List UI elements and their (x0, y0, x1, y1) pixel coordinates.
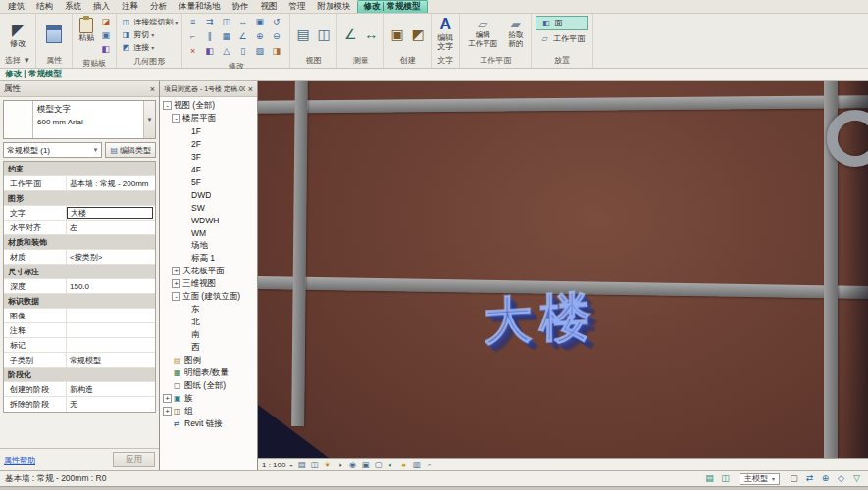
property-group[interactable]: 尺寸标注 (4, 265, 155, 279)
ribbon-tab-12[interactable]: 修改 | 常规模型 (357, 0, 428, 13)
crop-region-icon[interactable]: ▢ (373, 460, 383, 469)
edit-text-button[interactable]: A 编辑 文字 (435, 16, 455, 51)
selected-model-text[interactable]: 大楼 (484, 281, 598, 356)
collapse-icon[interactable]: - (172, 114, 180, 122)
cope-join-cut-button[interactable]: ◫连接端切割▾ (121, 16, 178, 28)
tree-item[interactable]: 4F (160, 163, 257, 175)
ribbon-tab-2[interactable]: 结构 (30, 0, 59, 13)
ribbon-tab-7[interactable]: 体量和场地 (173, 0, 227, 13)
tree-item[interactable]: DWD (160, 188, 257, 201)
tree-item[interactable]: -立面 (建筑立面) (160, 290, 257, 303)
property-group[interactable]: 材质和装饰 (4, 235, 155, 250)
paste-button[interactable]: 粘贴 (77, 16, 96, 42)
thin-lines-icon[interactable]: ▤ (294, 25, 312, 43)
scale-button[interactable]: 1 : 100 (262, 461, 285, 469)
place-on-workplane-option[interactable]: ▱工作平面 (536, 31, 588, 46)
property-value[interactable]: 150.0 (67, 282, 155, 291)
constraints-icon[interactable]: ▫ (424, 460, 434, 469)
tree-item[interactable]: 标高 1 (160, 252, 257, 265)
shadows-icon[interactable]: ◑ (334, 460, 344, 469)
tree-item[interactable]: +天花板平面 (160, 265, 257, 277)
property-value[interactable]: 左 (67, 222, 155, 233)
unpin-icon[interactable]: ⊖ (270, 30, 282, 43)
offset-icon[interactable]: ⇉ (203, 16, 216, 28)
dimension-icon[interactable]: ↔ (362, 25, 380, 43)
join-geometry-button[interactable]: ◩连接▾ (121, 41, 178, 54)
property-value[interactable]: 大楼 (67, 207, 153, 219)
design-options-icon[interactable]: ◫ (719, 472, 732, 485)
hide-isolate-icon[interactable]: ◐ (385, 460, 395, 469)
place-on-face-option[interactable]: ◧面 (536, 16, 588, 30)
tree-item[interactable]: 5F (160, 175, 257, 188)
properties-help-link[interactable]: 属性帮助 (4, 455, 35, 466)
scale-icon[interactable]: ∠ (236, 30, 249, 43)
sun-path-icon[interactable]: ☀ (322, 460, 332, 469)
tree-item[interactable]: 3F (160, 150, 257, 163)
create-similar-icon[interactable]: ◩ (409, 25, 427, 43)
tree-item[interactable]: 1F (160, 124, 257, 137)
match-icon[interactable]: ◧ (203, 45, 216, 58)
mirror-icon[interactable]: ◫ (220, 16, 232, 28)
drag-on-selection-icon[interactable]: ◇ (835, 472, 847, 485)
match-type-properties-icon[interactable]: ◧ (99, 43, 112, 56)
reveal-hidden-icon[interactable]: ● (398, 460, 408, 469)
property-group[interactable]: 约束 (4, 162, 155, 176)
view-properties-icon[interactable]: ▥ (411, 460, 421, 469)
tree-item[interactable]: 南 (160, 328, 257, 341)
tree-item[interactable]: +三维视图 (160, 277, 257, 290)
align-icon[interactable]: ≡ (186, 16, 199, 28)
visual-style-icon[interactable]: ◫ (309, 460, 319, 469)
tree-item[interactable]: 东 (160, 303, 257, 316)
rendering-icon[interactable]: ◉ (347, 460, 357, 469)
copy-icon[interactable]: ▣ (253, 16, 266, 28)
select-links-icon[interactable]: ⇄ (803, 472, 816, 485)
ribbon-tab-6[interactable]: 分析 (144, 0, 173, 13)
detail-level-icon[interactable]: ▤ (296, 460, 306, 469)
tree-item[interactable]: SW (160, 201, 257, 214)
modify-button[interactable]: ◤ 修改 (8, 22, 27, 48)
expand-icon[interactable]: + (163, 407, 172, 416)
property-group[interactable]: 阶段化 (4, 368, 155, 382)
editable-only-icon[interactable]: ▢ (788, 472, 800, 485)
pick-new-host-button[interactable]: ▰拾取新的 (504, 16, 527, 49)
tree-item[interactable]: WM (160, 226, 257, 239)
expand-icon[interactable]: + (172, 267, 180, 275)
ribbon-tab-8[interactable]: 协作 (227, 0, 255, 13)
property-value[interactable]: 基本墙 : 常规 - 200mm (67, 178, 155, 189)
select-pinned-icon[interactable]: ⊕ (819, 472, 832, 485)
collapse-icon[interactable]: - (172, 292, 180, 301)
tree-item[interactable]: 场地 (160, 239, 257, 252)
type-dropdown-icon[interactable]: ▼ (143, 101, 155, 138)
edit-type-button[interactable]: ▤ 编辑类型 (105, 142, 156, 158)
tree-item[interactable]: WDWH (160, 214, 257, 226)
property-value[interactable]: 新构造 (67, 384, 155, 395)
move-icon[interactable]: ↔ (236, 16, 249, 28)
tree-item[interactable]: -视图 (全部) (160, 99, 257, 112)
element-selector[interactable]: 常规模型 (1) ▼ (3, 142, 102, 158)
tree-item[interactable]: ▦明细表/数量 (160, 367, 257, 379)
tree-item[interactable]: +◫组 (160, 405, 257, 417)
property-group[interactable]: 标识数据 (4, 294, 155, 309)
property-value[interactable]: 常规模型 (67, 355, 155, 366)
ribbon-tab-11[interactable]: 附加模块 (312, 0, 357, 13)
ribbon-tab-5[interactable]: 注释 (116, 0, 144, 13)
properties-close-icon[interactable]: × (147, 84, 155, 94)
project-browser-close-icon[interactable]: × (245, 84, 253, 94)
tree-item[interactable]: 2F (160, 137, 257, 150)
expand-icon[interactable]: + (163, 394, 172, 403)
tree-item[interactable]: +▣族 (160, 392, 257, 405)
copy-to-clipboard-icon[interactable]: ▣ (99, 29, 112, 42)
tree-item[interactable]: 北 (160, 316, 257, 328)
graphics-display-icon[interactable]: ◫ (315, 25, 332, 43)
tree-item[interactable]: ⇄Revit 链接 (160, 417, 257, 430)
measure-icon[interactable]: ∠ (341, 25, 359, 43)
tree-item[interactable]: ▢图纸 (全部) (160, 379, 257, 392)
property-value[interactable]: 无 (67, 399, 155, 410)
ribbon-tab-3[interactable]: 系统 (59, 0, 87, 13)
tree-item[interactable]: ▤图例 (160, 354, 257, 367)
join-icon[interactable]: △ (220, 45, 232, 58)
rotate-icon[interactable]: ↺ (270, 16, 282, 28)
delete-icon[interactable]: × (186, 45, 199, 58)
property-group[interactable]: 图形 (4, 191, 155, 206)
crop-view-icon[interactable]: ▣ (360, 460, 370, 469)
